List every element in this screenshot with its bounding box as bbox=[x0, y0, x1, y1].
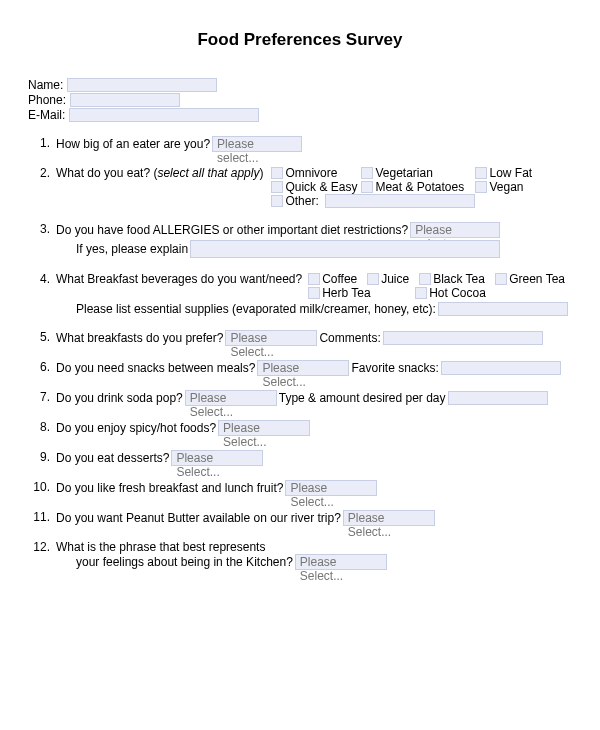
q6-select[interactable]: Please Select... bbox=[257, 360, 349, 376]
q8-text: Do you enjoy spicy/hot foods? bbox=[56, 421, 216, 435]
chk-omnivore[interactable] bbox=[271, 167, 283, 179]
q12-select[interactable]: Please Select... bbox=[295, 554, 387, 570]
email-row: E-Mail: bbox=[28, 108, 572, 122]
question-10: 10. Do you like fresh breakfast and lunc… bbox=[28, 480, 572, 496]
q6-snacks-input[interactable] bbox=[441, 361, 561, 375]
opt-juice: Juice bbox=[381, 272, 409, 286]
q8-select[interactable]: Please Select... bbox=[218, 420, 310, 436]
q2-close: ) bbox=[259, 166, 263, 180]
q5-select[interactable]: Please Select... bbox=[225, 330, 317, 346]
q7-select[interactable]: Please Select... bbox=[185, 390, 277, 406]
phone-input[interactable] bbox=[70, 93, 180, 107]
chk-cocoa[interactable] bbox=[415, 287, 427, 299]
opt-blacktea: Black Tea bbox=[433, 272, 485, 286]
email-input[interactable] bbox=[69, 108, 259, 122]
question-6: 6. Do you need snacks between meals? Ple… bbox=[28, 360, 572, 376]
email-label: E-Mail: bbox=[28, 108, 65, 122]
q10-text: Do you like fresh breakfast and lunch fr… bbox=[56, 481, 283, 495]
opt-quick: Quick & Easy bbox=[285, 180, 357, 194]
q7-text: Do you drink soda pop? bbox=[56, 391, 183, 405]
question-2: 2. What do you eat? (select all that app… bbox=[28, 166, 572, 208]
chk-coffee[interactable] bbox=[308, 273, 320, 285]
q2-apply: select all that apply bbox=[157, 166, 259, 180]
q3-explain-input[interactable] bbox=[190, 240, 500, 258]
name-label: Name: bbox=[28, 78, 63, 92]
q11-select[interactable]: Please Select... bbox=[343, 510, 435, 526]
q6-text: Do you need snacks between meals? bbox=[56, 361, 255, 375]
q4-num: 4. bbox=[28, 272, 56, 286]
opt-meat: Meat & Potatoes bbox=[375, 180, 464, 194]
q4-text: What Breakfast beverages do you want/nee… bbox=[56, 272, 302, 286]
q11-text: Do you want Peanut Butter available on o… bbox=[56, 511, 341, 525]
chk-vegetarian[interactable] bbox=[361, 167, 373, 179]
q5-text: What breakfasts do you prefer? bbox=[56, 331, 223, 345]
question-11: 11. Do you want Peanut Butter available … bbox=[28, 510, 572, 526]
question-3: 3. Do you have food ALLERGIES or other i… bbox=[28, 222, 572, 258]
q9-text: Do you eat desserts? bbox=[56, 451, 169, 465]
question-9: 9. Do you eat desserts? Please Select... bbox=[28, 450, 572, 466]
chk-meat[interactable] bbox=[361, 181, 373, 193]
q10-num: 10. bbox=[28, 480, 56, 494]
q10-select[interactable]: Please Select... bbox=[285, 480, 377, 496]
opt-omnivore: Omnivore bbox=[285, 166, 337, 180]
chk-herbtea[interactable] bbox=[308, 287, 320, 299]
chk-quick[interactable] bbox=[271, 181, 283, 193]
q12-text2: your feelings about being in the Kitchen… bbox=[76, 555, 293, 569]
chk-blacktea[interactable] bbox=[419, 273, 431, 285]
opt-cocoa: Hot Cocoa bbox=[429, 286, 486, 300]
q4-sub: Please list essential supplies (evaporat… bbox=[76, 302, 436, 316]
page-title: Food Preferences Survey bbox=[28, 30, 572, 50]
opt-vegetarian: Vegetarian bbox=[375, 166, 432, 180]
q3-text: Do you have food ALLERGIES or other impo… bbox=[56, 223, 408, 237]
name-row: Name: bbox=[28, 78, 572, 92]
q7-amount-input[interactable] bbox=[448, 391, 548, 405]
q9-num: 9. bbox=[28, 450, 56, 464]
q11-num: 11. bbox=[28, 510, 56, 524]
q2-other-input[interactable] bbox=[325, 194, 475, 208]
q1-text: How big of an eater are you? bbox=[56, 137, 210, 151]
q8-num: 8. bbox=[28, 420, 56, 434]
question-5: 5. What breakfasts do you prefer? Please… bbox=[28, 330, 572, 346]
q5-comments-input[interactable] bbox=[383, 331, 543, 345]
q1-select[interactable]: Please select... bbox=[212, 136, 302, 152]
q6-num: 6. bbox=[28, 360, 56, 374]
phone-label: Phone: bbox=[28, 93, 66, 107]
q2-text: What do you eat? ( bbox=[56, 166, 157, 180]
question-1: 1. How big of an eater are you? Please s… bbox=[28, 136, 572, 152]
phone-row: Phone: bbox=[28, 93, 572, 107]
q7-num: 7. bbox=[28, 390, 56, 404]
q3-num: 3. bbox=[28, 222, 56, 236]
question-8: 8. Do you enjoy spicy/hot foods? Please … bbox=[28, 420, 572, 436]
chk-other[interactable] bbox=[271, 195, 283, 207]
name-input[interactable] bbox=[67, 78, 217, 92]
chk-juice[interactable] bbox=[367, 273, 379, 285]
chk-greentea[interactable] bbox=[495, 273, 507, 285]
opt-greentea: Green Tea bbox=[509, 272, 565, 286]
q6-after: Favorite snacks: bbox=[351, 361, 438, 375]
q4-supplies-input[interactable] bbox=[438, 302, 568, 316]
question-4: 4. What Breakfast beverages do you want/… bbox=[28, 272, 572, 316]
q5-num: 5. bbox=[28, 330, 56, 344]
opt-other: Other: bbox=[285, 194, 318, 208]
opt-herbtea: Herb Tea bbox=[322, 286, 370, 300]
opt-coffee: Coffee bbox=[322, 272, 357, 286]
question-12: 12. What is the phrase that best represe… bbox=[28, 540, 572, 570]
q7-after: Type & amount desired per day bbox=[279, 391, 446, 405]
opt-lowfat: Low Fat bbox=[489, 166, 532, 180]
q9-select[interactable]: Please Select... bbox=[171, 450, 263, 466]
chk-lowfat[interactable] bbox=[475, 167, 487, 179]
q1-num: 1. bbox=[28, 136, 56, 150]
opt-vegan: Vegan bbox=[489, 180, 523, 194]
q2-num: 2. bbox=[28, 166, 56, 180]
q3-select[interactable]: Please select... bbox=[410, 222, 500, 238]
q12-num: 12. bbox=[28, 540, 56, 554]
q5-after: Comments: bbox=[319, 331, 380, 345]
q3-sub: If yes, please explain bbox=[76, 242, 188, 256]
chk-vegan[interactable] bbox=[475, 181, 487, 193]
question-7: 7. Do you drink soda pop? Please Select.… bbox=[28, 390, 572, 406]
q12-text1: What is the phrase that best represents bbox=[56, 540, 572, 554]
